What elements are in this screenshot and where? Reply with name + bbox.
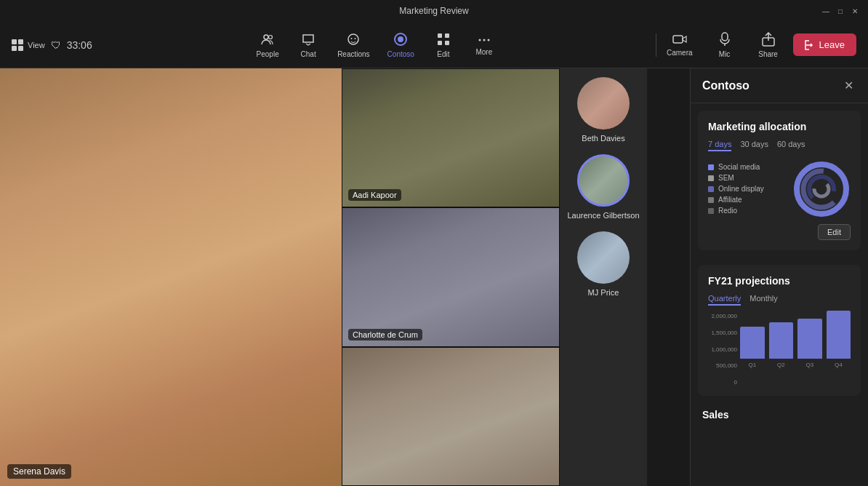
mic-button[interactable]: Mic	[706, 28, 744, 63]
close-button[interactable]: ✕	[851, 7, 859, 15]
legend-dot-affiliate	[708, 197, 714, 203]
right-content: Aadi Kapoor Charlotte de Crum	[342, 68, 690, 486]
minimize-button[interactable]: —	[821, 7, 830, 15]
reactions-icon	[346, 32, 361, 49]
share-label: Share	[758, 50, 778, 58]
tab-quarterly[interactable]: Quarterly	[708, 294, 741, 306]
aadi-label: Aadi Kapoor	[348, 189, 401, 201]
legend-social-label: Social media	[718, 163, 760, 171]
svg-rect-7	[438, 33, 442, 38]
main-content: Serena Davis Aadi Kapoor Charlotte de Cr…	[0, 68, 868, 486]
contoso-label: Contoso	[387, 50, 414, 58]
panel-close-button[interactable]: ✕	[841, 77, 856, 94]
bar-chart-container: 2,000,000 1,500,000 1,000,000 500,000 0 …	[708, 313, 851, 386]
mj-avatar	[577, 231, 630, 284]
legend-sem: SEM	[708, 174, 764, 182]
svg-point-4	[355, 38, 356, 39]
marketing-allocation-title: Marketing allocation	[708, 121, 851, 132]
donut-chart	[792, 160, 851, 218]
legend-online: Online display	[708, 185, 764, 193]
panel-header: Contoso ✕	[691, 68, 868, 103]
leave-label: Leave	[819, 39, 845, 50]
bar-q1: Q1	[740, 327, 765, 368]
proj-tabs: Quarterly Monthly	[708, 294, 851, 306]
camera-button[interactable]: Camera	[659, 29, 700, 61]
bar-q4-bar	[827, 311, 851, 359]
more-icon	[477, 33, 491, 47]
svg-point-12	[483, 39, 485, 41]
bar-q2-label: Q2	[777, 362, 785, 368]
tab-30days[interactable]: 30 days	[740, 140, 768, 151]
participant-laurence: Laurence Gilbertson	[566, 154, 641, 220]
svg-point-0	[264, 35, 268, 39]
svg-point-13	[487, 39, 489, 41]
toolbar-divider	[656, 33, 656, 57]
reactions-button[interactable]: Reactions	[330, 28, 377, 63]
marketing-allocation-card: Marketing allocation 7 days 30 days 60 d…	[698, 111, 861, 250]
legend-social: Social media	[708, 163, 764, 171]
sales-title: Sales	[691, 403, 868, 423]
fy21-title: FY21 projections	[708, 275, 851, 287]
bar-q2-bar	[769, 322, 794, 359]
bar-q3: Q3	[797, 319, 822, 368]
maximize-button[interactable]: □	[836, 7, 845, 15]
video-tile-charlotte: Charlotte de Crum	[342, 207, 560, 346]
bottom-video-feed	[342, 348, 559, 485]
camera-label: Camera	[667, 49, 693, 57]
charlotte-label: Charlotte de Crum	[348, 329, 422, 340]
grid-icon	[12, 39, 23, 51]
svg-point-11	[478, 39, 481, 41]
bar-q4: Q4	[827, 311, 851, 368]
legend-affiliate-label: Affiliate	[718, 196, 742, 204]
toolbar-left: View 🛡 33:06	[12, 39, 99, 51]
bar-q1-bar	[740, 327, 765, 359]
leave-button[interactable]: Leave	[793, 33, 856, 56]
legend-sem-label: SEM	[718, 174, 734, 182]
title-bar-title: Marketing Review	[399, 6, 468, 16]
people-button[interactable]: People	[249, 28, 286, 63]
apps-label: Edit	[437, 50, 449, 58]
svg-point-6	[398, 36, 403, 42]
edit-button[interactable]: Edit	[818, 224, 851, 240]
beth-name: Beth Davies	[582, 134, 624, 143]
chat-icon	[301, 32, 316, 49]
toolbar: View 🛡 33:06 People C	[0, 22, 868, 68]
bar-q3-label: Q3	[805, 362, 813, 368]
tab-monthly[interactable]: Monthly	[750, 294, 778, 306]
bar-q3-bar	[797, 319, 822, 359]
svg-point-3	[351, 38, 353, 39]
chat-button[interactable]: Chat	[289, 28, 327, 63]
legend-list: Social media SEM Online display Affiliat…	[708, 163, 764, 215]
video-tile-bottom	[342, 347, 560, 486]
tab-60days[interactable]: 60 days	[777, 140, 805, 151]
participants-panel: Beth Davies Laurence Gilbertson MJ Price	[560, 68, 647, 486]
video-section: Aadi Kapoor Charlotte de Crum	[342, 68, 690, 486]
bar-chart-y-axis: 2,000,000 1,500,000 1,000,000 500,000 0	[708, 313, 740, 386]
legend-affiliate: Affiliate	[708, 196, 764, 204]
aadi-video-feed	[342, 69, 559, 207]
svg-rect-8	[445, 33, 449, 38]
legend-dot-sem	[708, 175, 714, 181]
legend-dot-online	[708, 186, 714, 192]
more-button[interactable]: More	[465, 29, 503, 60]
share-button[interactable]: Share	[750, 28, 787, 63]
laurence-avatar	[577, 154, 630, 207]
view-label: View	[28, 41, 45, 49]
mic-label: Mic	[719, 50, 731, 58]
legend-dot-redio	[708, 208, 714, 214]
fy21-card: FY21 projections Quarterly Monthly 2,000…	[698, 265, 861, 396]
chat-label: Chat	[301, 50, 316, 58]
more-label: More	[475, 48, 492, 56]
main-video-tile: Serena Davis	[0, 68, 342, 486]
time-tabs: 7 days 30 days 60 days	[708, 140, 851, 151]
sales-section: Sales	[691, 403, 868, 423]
view-button[interactable]: View	[12, 39, 45, 51]
tab-7days[interactable]: 7 days	[708, 140, 731, 151]
beth-avatar	[577, 77, 630, 130]
apps-button[interactable]: Edit	[425, 28, 462, 63]
toolbar-right: Camera Mic Share	[659, 28, 856, 63]
contoso-button[interactable]: Contoso	[380, 28, 422, 63]
main-participant-label: Serena Davis	[7, 464, 71, 479]
call-timer: 33:06	[67, 39, 92, 51]
svg-rect-15	[722, 33, 728, 41]
